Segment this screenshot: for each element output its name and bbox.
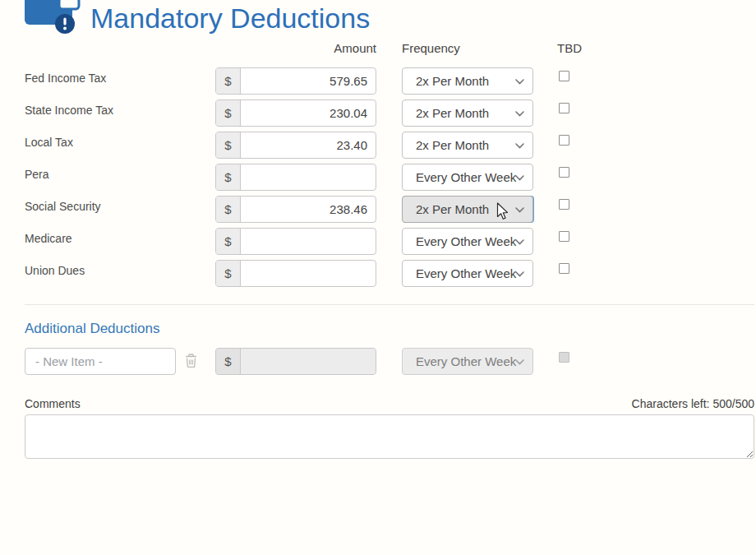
- amount-field-group: $: [215, 348, 376, 375]
- additional-deductions-heading: Additional Deductions: [25, 321, 159, 337]
- frequency-select[interactable]: Every Other Week: [402, 260, 533, 287]
- frequency-value: 2x Per Month: [416, 138, 489, 152]
- amount-input[interactable]: [241, 68, 376, 94]
- chevron-down-icon: [515, 111, 524, 117]
- tbd-checkbox[interactable]: [559, 167, 569, 178]
- deduction-row-union-dues: Union Dues $ Every Other Week: [0, 260, 756, 292]
- comments-label: Comments: [25, 397, 81, 410]
- tbd-checkbox[interactable]: [559, 135, 569, 146]
- currency-prefix: $: [216, 197, 241, 222]
- amount-input[interactable]: [241, 164, 376, 190]
- frequency-value: Every Other Week: [416, 170, 516, 184]
- frequency-select[interactable]: 2x Per Month: [402, 132, 533, 159]
- chevron-down-icon: [515, 143, 524, 149]
- deduction-row-fed-income-tax: Fed Income Tax $ 2x Per Month: [0, 67, 756, 99]
- frequency-value: Every Other Week: [416, 234, 516, 248]
- frequency-value: Every Other Week: [416, 354, 516, 368]
- currency-prefix: $: [216, 132, 241, 158]
- mouse-cursor-icon: [496, 202, 509, 220]
- frequency-select[interactable]: 2x Per Month: [402, 67, 533, 95]
- frequency-select-disabled: Every Other Week: [402, 348, 533, 375]
- tbd-checkbox[interactable]: [559, 231, 569, 242]
- currency-prefix: $: [216, 229, 241, 254]
- currency-prefix: $: [216, 164, 241, 190]
- currency-prefix: $: [216, 100, 241, 126]
- amount-field-group: $: [215, 132, 376, 159]
- chevron-down-icon: [515, 239, 524, 245]
- amount-field-group: $: [215, 99, 376, 127]
- mandatory-deductions-page: Mandatory Deductions Amount Frequency TB…: [0, 0, 756, 555]
- column-header-amount: Amount: [215, 41, 376, 55]
- additional-deduction-row: $ Every Other Week: [0, 348, 756, 380]
- amount-input[interactable]: [241, 132, 376, 158]
- frequency-select[interactable]: Every Other Week: [402, 228, 533, 255]
- tbd-checkbox[interactable]: [559, 103, 569, 113]
- wallet-alert-icon: [23, 0, 87, 38]
- frequency-value: 2x Per Month: [416, 106, 489, 120]
- deduction-row-local-tax: Local Tax $ 2x Per Month: [0, 132, 756, 164]
- chevron-down-icon: [515, 207, 524, 213]
- amount-field-group: $: [215, 228, 376, 255]
- characters-left-counter: Characters left: 500/500: [632, 397, 754, 410]
- column-header-frequency: Frequency: [402, 41, 460, 55]
- amount-input[interactable]: [241, 229, 376, 254]
- amount-field-group: $: [215, 164, 376, 191]
- currency-prefix: $: [216, 349, 241, 374]
- tbd-checkbox-disabled: [559, 352, 569, 363]
- currency-prefix: $: [216, 261, 241, 286]
- deduction-row-pera: Pera $ Every Other Week: [0, 164, 756, 196]
- chevron-down-icon: [515, 271, 524, 277]
- amount-field-group: $: [215, 196, 376, 223]
- chevron-down-icon: [515, 79, 524, 85]
- section-divider: [25, 304, 754, 305]
- deduction-row-medicare: Medicare $ Every Other Week: [0, 228, 756, 260]
- chevron-down-icon: [515, 175, 524, 181]
- page-title: Mandatory Deductions: [90, 0, 370, 37]
- frequency-select[interactable]: Every Other Week: [402, 164, 533, 191]
- frequency-value: 2x Per Month: [416, 202, 489, 216]
- row-label: State Income Tax: [25, 104, 113, 117]
- row-label: Union Dues: [25, 264, 85, 277]
- amount-input-disabled: [241, 349, 376, 374]
- frequency-select[interactable]: 2x Per Month: [402, 196, 533, 223]
- deduction-row-social-security: Social Security $ 2x Per Month: [0, 196, 756, 228]
- row-label: Social Security: [25, 200, 101, 213]
- tbd-checkbox[interactable]: [559, 71, 569, 81]
- column-header-tbd: TBD: [557, 41, 582, 55]
- row-label: Pera: [25, 168, 49, 181]
- currency-prefix: $: [216, 68, 241, 94]
- deduction-row-state-income-tax: State Income Tax $ 2x Per Month: [0, 99, 756, 132]
- amount-field-group: $: [215, 67, 376, 95]
- amount-input[interactable]: [241, 197, 376, 222]
- frequency-value: 2x Per Month: [416, 74, 489, 88]
- amount-input[interactable]: [241, 261, 376, 286]
- frequency-select[interactable]: 2x Per Month: [402, 99, 533, 127]
- tbd-checkbox[interactable]: [559, 263, 569, 274]
- row-label: Medicare: [25, 232, 72, 245]
- frequency-value: Every Other Week: [416, 266, 516, 280]
- row-label: Local Tax: [25, 136, 73, 149]
- tbd-checkbox[interactable]: [559, 199, 569, 210]
- row-label: Fed Income Tax: [25, 72, 106, 85]
- amount-input[interactable]: [241, 100, 376, 126]
- comments-textarea[interactable]: [25, 414, 754, 459]
- amount-field-group: $: [215, 260, 376, 287]
- chevron-down-icon: [515, 359, 524, 365]
